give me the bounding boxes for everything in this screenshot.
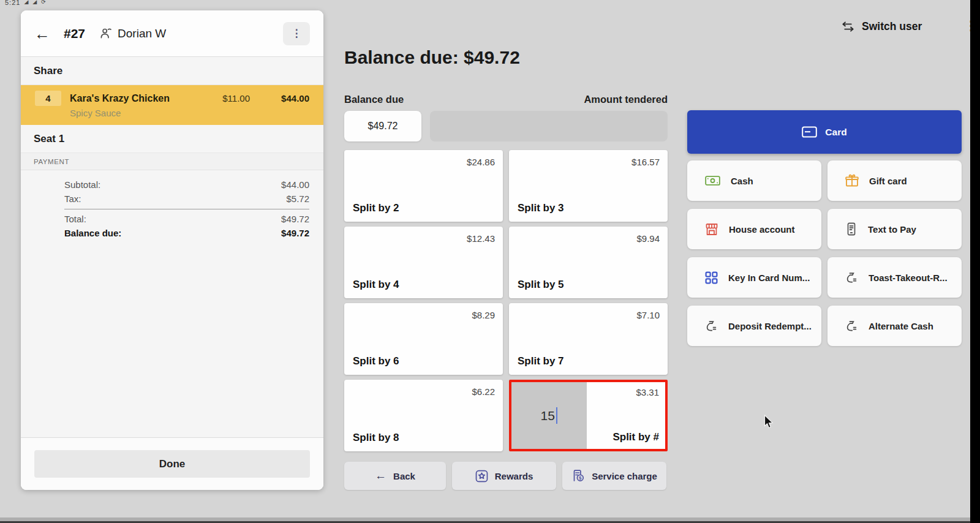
text-caret: [556, 407, 558, 424]
split-label: Split by 5: [518, 279, 564, 291]
item-line: 4 Kara's Krazy Chicken $11.00 $44.00: [35, 91, 309, 106]
order-number: #27: [64, 26, 85, 41]
storefront-icon: [705, 223, 718, 236]
item-unit-price: $11.00: [194, 93, 250, 103]
mouse-cursor: [764, 415, 774, 429]
sync-icon: ⟳: [41, 0, 47, 5]
house-account-label: House account: [729, 224, 795, 235]
order-item-selected[interactable]: 4 Kara's Krazy Chicken $11.00 $44.00 Spi…: [21, 85, 323, 125]
card-payment-button[interactable]: Card: [687, 110, 962, 154]
split-grid: $24.86 Split by 2 $16.57 Split by 3 $12.…: [344, 150, 668, 451]
service-charge-button[interactable]: $ Service charge: [562, 462, 666, 490]
toast-takeout-button[interactable]: Toast-Takeout-R...: [827, 257, 962, 298]
balance-due-column-label: Balance due: [344, 94, 404, 105]
back-arrow-icon[interactable]: ←: [34, 26, 50, 42]
split-by-4-button[interactable]: $12.43 Split by 4: [344, 227, 503, 298]
status-time: 5:21: [5, 0, 20, 6]
cash-icon: [705, 175, 720, 186]
order-body: Share 4 Kara's Krazy Chicken $11.00 $44.…: [21, 56, 323, 490]
summary-total-row: Total: $49.72: [64, 213, 309, 227]
item-total-price: $44.00: [250, 93, 309, 103]
done-button[interactable]: Done: [34, 450, 310, 478]
split-by-5-button[interactable]: $9.94 Split by 5: [509, 227, 668, 298]
split-label: Split by 3: [518, 202, 564, 214]
tax-value: $5.72: [286, 192, 309, 206]
svg-text:$: $: [579, 475, 582, 481]
rewards-badge-icon: [475, 470, 488, 483]
money-bag-icon: [705, 320, 718, 333]
grid-icon: [705, 271, 718, 284]
tender-labels: Balance due Amount tendered: [344, 94, 668, 105]
money-bag-icon: [845, 271, 858, 284]
split-by-2-button[interactable]: $24.86 Split by 2: [344, 150, 503, 222]
deposit-redemption-button[interactable]: Deposit Redempt...: [687, 306, 821, 346]
pos-payment-screen: 5:21 ◢ ◢ ⟳ ← #27 Dorian W ⋮ Share 4: [0, 0, 980, 523]
gift-card-button[interactable]: Gift card: [827, 160, 962, 201]
split-label: Split by 7: [518, 355, 564, 367]
balance-due-title: Balance due: $49.72: [344, 47, 520, 68]
order-menu-button[interactable]: ⋮: [283, 22, 310, 45]
split-count-value: 15: [541, 408, 555, 423]
key-in-card-number-button[interactable]: Key In Card Num...: [687, 257, 821, 298]
total-value: $49.72: [281, 213, 309, 227]
person-icon: [100, 28, 112, 39]
summary-tax-row: Tax: $5.72: [64, 192, 309, 206]
tender-row: $49.72: [344, 111, 668, 141]
split-amount: $7.10: [636, 310, 660, 320]
split-by-8-button[interactable]: $6.22 Split by 8: [344, 380, 503, 451]
customer-name: Dorian W: [118, 27, 166, 40]
gift-card-label: Gift card: [869, 176, 907, 186]
gift-icon: [845, 174, 859, 187]
cash-button[interactable]: Cash: [687, 160, 821, 201]
split-amount: $3.31: [636, 387, 659, 397]
seat-section-header: Seat 1: [21, 125, 323, 153]
switch-user-label: Switch user: [862, 20, 922, 33]
split-by-7-button[interactable]: $7.10 Split by 7: [509, 303, 668, 375]
signal-icon: ◢: [32, 0, 37, 5]
rewards-label: Rewards: [495, 471, 533, 481]
rewards-button[interactable]: Rewards: [452, 462, 556, 490]
split-count-input[interactable]: 15: [511, 382, 587, 449]
switch-user-button[interactable]: Switch user: [841, 20, 922, 33]
split-label: Split by 6: [353, 355, 399, 367]
split-label: Split by 2: [353, 202, 399, 214]
payment-methods-grid: Cash Gift card: [687, 160, 962, 346]
subtotal-value: $44.00: [281, 178, 309, 192]
split-label: Split by 4: [353, 279, 399, 291]
split-label: Split by #: [612, 431, 659, 443]
back-button[interactable]: ← Back: [344, 462, 446, 490]
item-quantity-badge: 4: [35, 91, 61, 106]
action-row: ← Back Rewards $ Servi: [344, 462, 666, 490]
key-in-card-number-label: Key In Card Num...: [728, 273, 810, 283]
split-amount: $12.43: [467, 233, 495, 244]
balance-value: $49.72: [281, 227, 309, 241]
back-label: Back: [393, 471, 415, 481]
text-to-pay-button[interactable]: Text to Pay: [827, 209, 962, 249]
alternate-cash-button[interactable]: Alternate Cash: [827, 306, 962, 346]
split-by-6-button[interactable]: $8.29 Split by 6: [344, 303, 503, 375]
split-by-3-button[interactable]: $16.57 Split by 3: [509, 150, 668, 222]
signal-icon: ◢: [24, 0, 29, 5]
summary-subtotal-row: Subtotal: $44.00: [64, 178, 309, 192]
split-by-number-body: $3.31 Split by #: [587, 382, 665, 449]
deposit-redemption-label: Deposit Redempt...: [728, 321, 812, 331]
split-amount: $24.86: [467, 157, 495, 167]
bottom-edge-bar: [0, 517, 970, 523]
share-section-header: Share: [21, 57, 323, 85]
money-bag-icon: [845, 320, 858, 333]
summary-divider: [64, 209, 309, 209]
subtotal-label: Subtotal:: [64, 178, 100, 192]
cash-label: Cash: [731, 176, 753, 186]
item-modifier: Spicy Sauce: [70, 108, 309, 118]
tax-label: Tax:: [64, 192, 81, 206]
order-panel: ← #27 Dorian W ⋮ Share 4 Kara's Krazy Ch…: [21, 10, 323, 490]
split-amount: $6.22: [472, 386, 495, 397]
balance-due-box: $49.72: [344, 111, 421, 141]
service-charge-icon: $: [571, 469, 585, 483]
amount-tendered-input[interactable]: [430, 111, 668, 141]
split-by-number-button[interactable]: 15 $3.31 Split by #: [509, 380, 668, 451]
order-header: ← #27 Dorian W ⋮: [21, 10, 323, 56]
swap-arrows-icon: [841, 21, 855, 32]
payment-summary: Subtotal: $44.00 Tax: $5.72 Total: $49.7…: [21, 170, 323, 240]
house-account-button[interactable]: House account: [687, 209, 821, 249]
